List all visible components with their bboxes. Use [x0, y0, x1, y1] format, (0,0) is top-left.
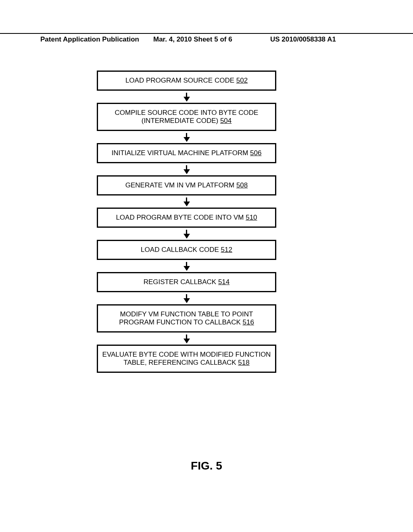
step-text: LOAD PROGRAM BYTE CODE INTO VM	[116, 214, 246, 221]
flow-step-514: REGISTER CALLBACK 514	[97, 272, 276, 292]
step-text: MODIFY VM FUNCTION TABLE TO POINT PROGRA…	[119, 310, 253, 326]
header-publication: Patent Application Publication	[40, 35, 139, 44]
header-date-sheet: Mar. 4, 2010 Sheet 5 of 6	[153, 35, 232, 44]
flow-step-504: COMPILE SOURCE CODE INTO BYTE CODE (INTE…	[97, 103, 276, 131]
flow-arrow	[97, 163, 276, 175]
step-ref: 502	[236, 77, 248, 84]
step-ref: 516	[243, 318, 254, 326]
step-text: LOAD PROGRAM SOURCE CODE	[125, 77, 236, 84]
page-header: Patent Application Publication Mar. 4, 2…	[0, 33, 413, 35]
flow-arrow	[97, 131, 276, 143]
flow-arrow	[97, 260, 276, 272]
step-ref: 508	[236, 181, 248, 189]
step-text: COMPILE SOURCE CODE INTO BYTE CODE (INTE…	[115, 109, 259, 125]
step-text: REGISTER CALLBACK	[144, 278, 218, 286]
step-ref: 506	[250, 149, 261, 157]
step-text: GENERATE VM IN VM PLATFORM	[125, 181, 236, 189]
flow-step-518: EVALUATE BYTE CODE WITH MODIFIED FUNCTIO…	[97, 345, 276, 373]
step-ref: 510	[246, 214, 257, 221]
header-patent-number: US 2010/0058338 A1	[270, 35, 336, 44]
flow-arrow	[97, 292, 276, 304]
step-text: INITIALIZE VIRTUAL MACHINE PLATFORM	[112, 149, 250, 157]
flowchart: LOAD PROGRAM SOURCE CODE 502 COMPILE SOU…	[97, 71, 276, 373]
flow-arrow	[97, 228, 276, 240]
step-ref: 514	[218, 278, 229, 286]
step-ref: 518	[238, 359, 249, 366]
step-ref: 504	[220, 117, 232, 125]
flow-step-512: LOAD CALLBACK CODE 512	[97, 240, 276, 260]
step-ref: 512	[221, 246, 232, 254]
flow-step-508: GENERATE VM IN VM PLATFORM 508	[97, 175, 276, 195]
flow-arrow	[97, 91, 276, 103]
flow-arrow	[97, 332, 276, 345]
flow-arrow	[97, 195, 276, 208]
step-text: LOAD CALLBACK CODE	[141, 246, 221, 254]
flow-step-510: LOAD PROGRAM BYTE CODE INTO VM 510	[97, 208, 276, 228]
flow-step-502: LOAD PROGRAM SOURCE CODE 502	[97, 71, 276, 91]
flow-step-516: MODIFY VM FUNCTION TABLE TO POINT PROGRA…	[97, 304, 276, 332]
figure-label: FIG. 5	[0, 459, 413, 472]
flow-step-506: INITIALIZE VIRTUAL MACHINE PLATFORM 506	[97, 143, 276, 163]
